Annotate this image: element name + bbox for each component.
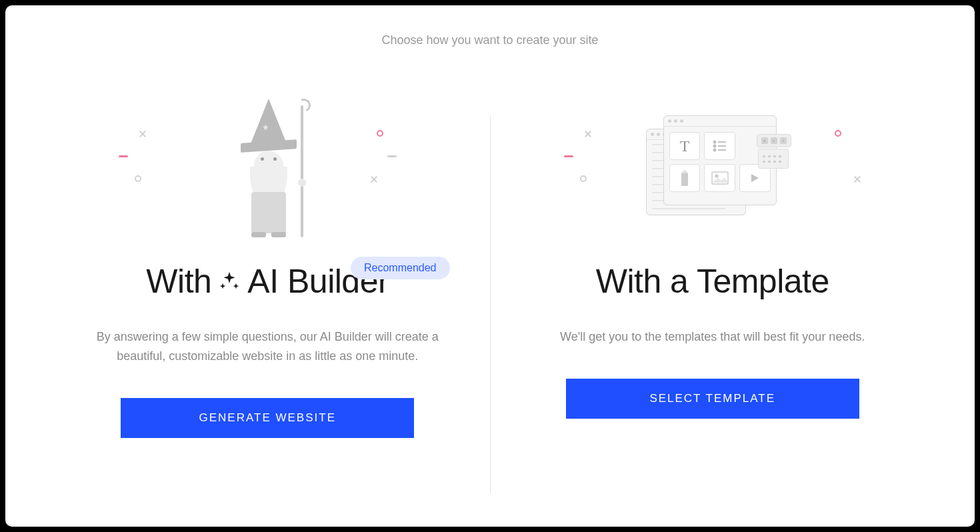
template-title: With a Template [596, 262, 829, 301]
image-tile-icon [704, 164, 735, 192]
decor-dash-icon [387, 155, 397, 157]
svg-point-9 [715, 175, 718, 177]
svg-point-0 [713, 141, 715, 143]
ai-title-row: Recommended With AI Builder [72, 262, 463, 301]
ai-title-prefix: With [146, 262, 211, 301]
decor-x-icon [139, 130, 147, 138]
choice-panel: Choose how you want to create your site … [5, 5, 975, 527]
ai-description: By answering a few simple questions, our… [81, 327, 454, 366]
wizard-icon: ★ [221, 99, 314, 239]
generate-website-button[interactable]: GENERATE WEBSITE [121, 398, 414, 438]
decor-x-icon [584, 130, 592, 138]
svg-point-2 [713, 145, 715, 147]
decor-circle-icon [580, 175, 587, 182]
recommended-badge: Recommended [351, 257, 450, 279]
list-tile-icon [704, 132, 735, 160]
wave-chip-icon [758, 149, 789, 169]
decor-circle-icon [377, 130, 383, 137]
nav-chip-icon: +‹› [757, 134, 791, 147]
svg-marker-7 [681, 170, 688, 173]
decor-dash-icon [119, 155, 128, 157]
decor-circle-icon [135, 175, 141, 182]
decor-dash-icon [564, 155, 573, 157]
pencil-tile-icon [669, 164, 701, 192]
decor-circle-icon [835, 130, 841, 137]
sparkle-icon [218, 270, 241, 293]
header-subtitle: Choose how you want to create your site [381, 32, 598, 49]
template-description: We'll get you to the templates that will… [560, 327, 865, 347]
template-illustration-zone: T [517, 89, 909, 249]
select-template-button[interactable]: SELECT TEMPLATE [566, 379, 859, 419]
ai-illustration-zone: ★ [72, 89, 463, 249]
options-row: ★ Recommended With [45, 89, 935, 493]
text-tile-icon: T [669, 132, 701, 160]
svg-marker-10 [751, 174, 759, 182]
option-template: T [491, 89, 935, 493]
decor-x-icon [370, 175, 378, 183]
template-title-row: With a Template [517, 262, 909, 301]
decor-x-icon [853, 175, 861, 183]
svg-point-4 [713, 149, 715, 151]
template-window-icon: T [646, 115, 779, 222]
option-ai-builder: ★ Recommended With [45, 89, 490, 493]
